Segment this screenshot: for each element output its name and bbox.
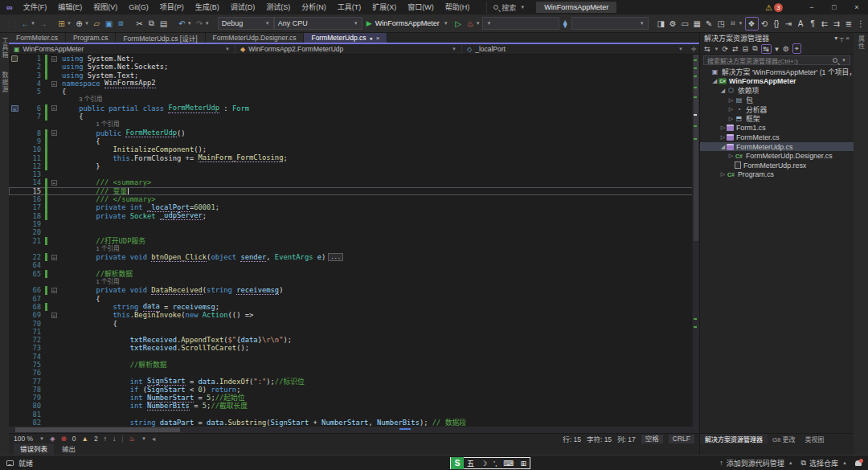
tree-item-WinFormsAppMeter11[interactable]: ▣解决方案 'WinFormsAppMeter' (1 个项目，共 1 个) xyxy=(700,67,854,77)
ime-logo-icon[interactable]: S xyxy=(451,457,464,469)
code-line[interactable]: 7 { xyxy=(9,112,699,121)
vertical-scrollbar-thumb[interactable] xyxy=(694,55,698,241)
properties-icon[interactable]: ⚙ xyxy=(782,45,790,53)
menu-item-F[interactable]: 文件(F) xyxy=(18,0,53,14)
minimize-button[interactable]: − xyxy=(800,0,823,14)
menu-item-X[interactable]: 扩展(X) xyxy=(366,0,402,14)
collapse-region-icon[interactable]: − xyxy=(51,105,57,111)
horizontal-scrollbar-thumb[interactable] xyxy=(15,427,180,432)
new-project-icon[interactable]: ⊞▼ xyxy=(55,17,73,31)
restore-button[interactable]: □ xyxy=(823,0,845,14)
menu-item-E[interactable]: 编辑(E) xyxy=(52,0,88,14)
save-icon[interactable]: ▣ xyxy=(103,17,115,31)
column-indicator[interactable]: 列: 17 xyxy=(617,434,636,443)
symbols-icon[interactable]: ⌗▼ xyxy=(727,17,745,31)
menu-item-N[interactable]: 分析(N) xyxy=(296,0,332,14)
split-editor-button[interactable]: ✛ xyxy=(688,46,699,53)
tree-item-Programcs[interactable]: ▷C#Program.cs xyxy=(700,170,854,180)
start-without-debugging-icon[interactable]: ▷ xyxy=(452,17,465,31)
doc-tab-FormMeterUdpcs[interactable]: FormMeterUdp.cs [设计] xyxy=(116,33,205,43)
notification-bell-icon[interactable] xyxy=(855,460,862,466)
code-line[interactable]: 78 if (SignStart < 0) return; xyxy=(9,386,699,394)
menu-item-GitG[interactable]: Git(G) xyxy=(123,0,154,14)
collapse-region-icon[interactable]: − xyxy=(51,255,57,260)
code-line[interactable]: 76 xyxy=(9,369,699,377)
vertical-scrollbar[interactable] xyxy=(692,55,699,427)
codelens-references[interactable]: 1 个引用 xyxy=(96,121,119,129)
increase-indent-icon[interactable]: ⇉ xyxy=(831,17,843,31)
error-list-icon[interactable]: ▦ xyxy=(691,17,703,31)
collapse-region-icon[interactable]: − xyxy=(51,130,57,136)
codelens-row[interactable]: 1 个引用 xyxy=(9,121,699,129)
menu-item-S[interactable]: 测试(S) xyxy=(260,0,296,14)
code-line[interactable]: 15 /// 变量 xyxy=(9,187,699,195)
debug-configuration-dropdown[interactable]: Debug▼ xyxy=(218,17,274,30)
format-document-icon[interactable]: {} xyxy=(771,17,783,31)
code-line[interactable]: 66− private void DataReceived(string rec… xyxy=(9,286,699,294)
ime-mode-button[interactable]: ’, xyxy=(490,460,501,468)
code-line[interactable]: 81 xyxy=(9,411,699,419)
notification-count-badge[interactable]: 3 xyxy=(774,3,783,12)
add-to-source-control-button[interactable]: ↑ 添加到源代码管理 ▲ xyxy=(719,458,792,468)
add-item-icon[interactable]: ⊕▼ xyxy=(73,17,91,31)
code-line[interactable]: 9 { xyxy=(9,137,699,145)
chevron-right-icon[interactable]: ▷ xyxy=(727,106,735,112)
code-line[interactable]: 17 private int _localPort=60001; xyxy=(9,203,699,211)
member-dropdown[interactable]: ◇ _localPort ▼ xyxy=(462,44,688,54)
autohide-tab-属性[interactable]: 属性 xyxy=(857,33,866,52)
error-icon[interactable]: ⊗ xyxy=(61,435,67,443)
toolbar-overflow-icon[interactable]: ⋮ xyxy=(855,17,867,31)
tree-item-[interactable]: ▷◔分析器 xyxy=(700,104,854,114)
edit-icon[interactable]: ✎ xyxy=(703,17,715,31)
code-line[interactable]: 22− private void btnOpen_Click(object se… xyxy=(9,253,699,261)
code-line[interactable]: 72 txtReceived.AppendText($"{data}\r\n")… xyxy=(9,336,699,344)
doc-tab-FormMetercs[interactable]: FormMeter.cs xyxy=(9,33,66,43)
navigate-back-icon[interactable]: ←▼ xyxy=(19,17,37,31)
switch-views-icon[interactable]: ⇆ xyxy=(703,45,711,53)
code-line[interactable]: 21 //打开UDP服务 xyxy=(9,237,699,245)
doc-tab-FormMeterUdpcs[interactable]: FormMeterUdp.cs●× xyxy=(304,33,387,43)
chevron-right-icon[interactable]: ▷ xyxy=(727,97,735,104)
ime-mode-button[interactable]: ⌨ xyxy=(501,460,518,468)
web-browser-dropdown[interactable]: ▼ xyxy=(571,17,649,30)
menu-item-D[interactable]: 调试(D) xyxy=(225,0,261,14)
autohide-tab-数据源[interactable]: 数据源 xyxy=(0,69,9,96)
filter-caret-icon[interactable]: ▾ xyxy=(774,45,780,53)
panel-tab-错误列表[interactable]: 错误列表 xyxy=(14,443,54,455)
options-icon[interactable]: ⚙ xyxy=(667,17,679,31)
close-button[interactable]: × xyxy=(845,0,868,14)
indentation-mode[interactable]: 空格 xyxy=(641,435,663,443)
code-line[interactable]: 71 xyxy=(9,328,699,336)
type-dropdown[interactable]: ◆ WinFormsApp2.FormMeterUdp ▼ xyxy=(235,44,462,54)
fold-margin[interactable]: − xyxy=(49,178,59,186)
ime-toolbar[interactable]: S五☽’,⌨⊞ xyxy=(450,457,530,469)
copy-icon[interactable]: ⧉ xyxy=(145,17,158,31)
code-line[interactable]: 5{ xyxy=(9,88,699,96)
autohide-tab-工具箱[interactable]: 工具箱 xyxy=(0,35,9,61)
se-bottom-tab-Git[interactable]: Git 更改 xyxy=(768,434,800,443)
char-indicator[interactable]: 字符: 15 xyxy=(587,434,612,443)
menu-item-B[interactable]: 生成(B) xyxy=(190,0,225,14)
code-line[interactable]: 19 xyxy=(9,220,699,228)
menu-item-V[interactable]: 视图(V) xyxy=(88,0,123,14)
doc-tab-FormMeterUdpDesignercs[interactable]: FormMeterUdp.Designer.cs xyxy=(206,33,305,43)
close-icon[interactable]: × xyxy=(845,35,850,42)
redo-icon[interactable]: ↷▼ xyxy=(194,17,211,31)
code-line[interactable]: 77 int SignStart = data.IndexOf(":");//标… xyxy=(9,378,699,386)
chevron-down-icon[interactable]: ◢ xyxy=(711,78,719,84)
zoom-level-dropdown[interactable]: 100 % xyxy=(14,435,33,443)
code-line[interactable]: 64 xyxy=(9,261,699,269)
scroll-left-arrow[interactable]: ◂ xyxy=(152,435,155,443)
code-line[interactable]: 13 xyxy=(9,170,699,178)
next-issue-button[interactable]: ↓ xyxy=(113,435,116,443)
chevron-right-icon[interactable]: ▷ xyxy=(727,116,735,122)
task-list-icon[interactable]: ▭ xyxy=(679,17,691,31)
chevron-down-icon[interactable]: ◢ xyxy=(719,88,727,94)
code-line[interactable]: 79 int NumberStart = 5;//起始位 xyxy=(9,394,699,402)
code-line[interactable]: 70 { xyxy=(9,320,699,328)
open-file-icon[interactable]: ▱ xyxy=(91,17,103,31)
fold-margin[interactable]: − xyxy=(49,80,59,88)
tree-item-FormMetercs[interactable]: ▷FormMeter.cs xyxy=(700,133,854,142)
code-line[interactable]: 14− /// <summary> xyxy=(9,178,699,186)
code-line[interactable]: 68 string data = receivemsg; xyxy=(9,303,699,311)
